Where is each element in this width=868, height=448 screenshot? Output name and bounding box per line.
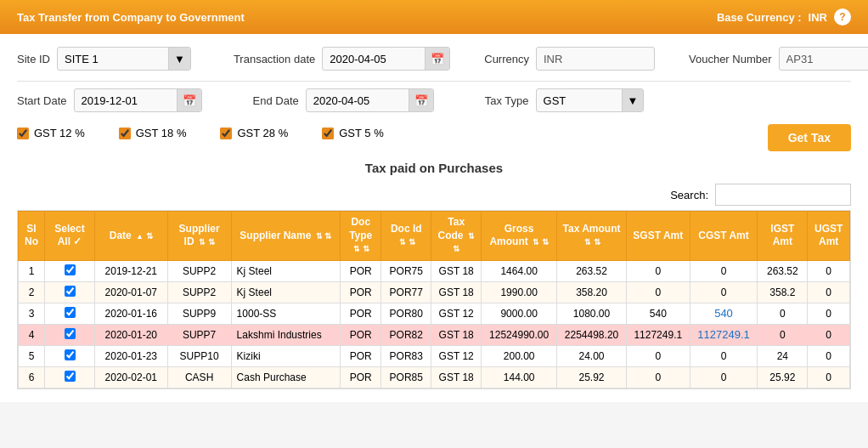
- cell-checkbox[interactable]: [45, 366, 95, 388]
- col-supplier-name[interactable]: Supplier Name ⇅: [231, 212, 341, 261]
- tax-type-select-wrapper[interactable]: GST ▼: [536, 88, 645, 112]
- main-content: Site ID SITE 1 ▼ Transaction date 📅 Curr…: [0, 34, 868, 402]
- row-checkbox[interactable]: [65, 349, 76, 360]
- col-supplier-id[interactable]: Supplier ID ⇅: [167, 212, 231, 261]
- transaction-date-input[interactable]: [323, 49, 425, 69]
- cell-igst: 358.2: [758, 281, 808, 303]
- cell-doc-type: POR: [341, 281, 381, 303]
- cell-doc-id: POR85: [381, 366, 431, 388]
- cell-gross-amount: 144.00: [482, 366, 557, 388]
- transaction-date-wrapper[interactable]: 📅: [322, 47, 450, 71]
- col-select[interactable]: SelectAll ✓: [45, 212, 95, 261]
- col-tax-amount[interactable]: Tax Amount ⇅: [557, 212, 627, 261]
- cell-sl: 6: [19, 366, 45, 388]
- voucher-number-input[interactable]: [779, 47, 868, 71]
- row-checkbox[interactable]: [65, 264, 76, 275]
- cell-checkbox[interactable]: [45, 281, 95, 303]
- cell-igst: 25.92: [758, 366, 808, 388]
- row-checkbox[interactable]: [65, 307, 76, 318]
- start-date-wrapper[interactable]: 📅: [74, 88, 202, 112]
- end-date-wrapper[interactable]: 📅: [306, 88, 434, 112]
- app-container: Tax Transfer from Company to Government …: [0, 0, 868, 402]
- cell-sgst: 0: [626, 260, 690, 281]
- cell-sl: 4: [19, 324, 45, 345]
- gst5-checkbox[interactable]: [322, 128, 334, 139]
- table-header-row: Sl No SelectAll ✓ Date ▲ Supplier ID ⇅ S…: [19, 212, 850, 261]
- cell-date: 2019-12-21: [94, 260, 167, 281]
- base-currency-label: Base Currency :: [717, 11, 802, 24]
- cell-checkbox[interactable]: [45, 324, 95, 345]
- base-currency-value: INR: [809, 11, 827, 24]
- help-icon[interactable]: ?: [834, 9, 851, 26]
- col-tax-code[interactable]: Tax Code ⇅: [431, 212, 482, 261]
- end-date-calendar-icon[interactable]: 📅: [409, 89, 433, 111]
- cell-doc-id: POR83: [381, 345, 431, 366]
- cell-doc-id: POR77: [381, 281, 431, 303]
- table-body: 1 2019-12-21 SUPP2 Kj Steel POR POR75 GS…: [19, 260, 850, 388]
- search-input[interactable]: [715, 184, 851, 206]
- cgst-link[interactable]: 1127249.1: [697, 328, 749, 341]
- site-id-arrow[interactable]: ▼: [168, 48, 190, 70]
- table-row: 3 2020-01-16 SUPP9 1000-SS POR POR80 GST…: [19, 303, 850, 324]
- gst18-group: GST 18 %: [119, 127, 187, 139]
- cell-supplier-name: Kj Steel: [231, 281, 341, 303]
- tax-type-select[interactable]: GST: [537, 91, 622, 111]
- header-right: Base Currency : INR ?: [717, 9, 851, 26]
- cell-gross-amount: 9000.00: [482, 303, 557, 324]
- cell-igst: 24: [758, 345, 808, 366]
- gst18-checkbox[interactable]: [119, 128, 131, 139]
- col-doc-id[interactable]: Doc Id ⇅: [381, 212, 431, 261]
- end-date-input[interactable]: [307, 91, 409, 111]
- gst28-checkbox[interactable]: [220, 128, 232, 139]
- cell-doc-id: POR82: [381, 324, 431, 345]
- cell-tax-code: GST 12: [431, 345, 482, 366]
- start-date-input[interactable]: [75, 91, 177, 111]
- cell-supplier-name: Lakshmi Industries: [231, 324, 341, 345]
- tax-type-arrow[interactable]: ▼: [622, 89, 644, 111]
- cgst-link[interactable]: 540: [714, 307, 733, 320]
- end-date-group: End Date 📅: [253, 88, 434, 112]
- cell-sgst: 540: [626, 303, 690, 324]
- transaction-date-calendar-icon[interactable]: 📅: [425, 48, 449, 70]
- cell-supplier-name: Kj Steel: [231, 260, 341, 281]
- row-checkbox[interactable]: [65, 286, 76, 297]
- col-date[interactable]: Date ▲: [94, 212, 167, 261]
- cell-cgst[interactable]: 1127249.1: [690, 324, 758, 345]
- gst12-checkbox[interactable]: [17, 128, 29, 139]
- row-checkbox[interactable]: [65, 328, 76, 339]
- row-checkbox[interactable]: [65, 371, 76, 382]
- col-gross-amount[interactable]: Gross Amount ⇅: [482, 212, 557, 261]
- cell-tax-code: GST 18: [431, 281, 482, 303]
- start-date-group: Start Date 📅: [17, 88, 202, 112]
- cell-date: 2020-01-23: [94, 345, 167, 366]
- get-tax-button[interactable]: Get Tax: [768, 124, 851, 151]
- cell-supplier-id: SUPP2: [167, 281, 231, 303]
- start-date-calendar-icon[interactable]: 📅: [177, 89, 201, 111]
- cell-ugst: 0: [808, 324, 850, 345]
- cell-checkbox[interactable]: [45, 303, 95, 324]
- col-igst: IGST Amt: [758, 212, 808, 261]
- cell-ugst: 0: [808, 260, 850, 281]
- gst5-label: GST 5 %: [339, 127, 384, 139]
- cell-checkbox[interactable]: [45, 260, 95, 281]
- cell-tax-amount: 1080.00: [557, 303, 627, 324]
- cell-cgst[interactable]: 540: [690, 303, 758, 324]
- currency-input[interactable]: [536, 47, 655, 71]
- site-id-select[interactable]: SITE 1: [58, 49, 168, 69]
- site-id-group: Site ID SITE 1 ▼: [17, 47, 191, 71]
- table-row: 4 2020-01-20 SUPP7 Lakshmi Industries PO…: [19, 324, 850, 345]
- purchases-table: Sl No SelectAll ✓ Date ▲ Supplier ID ⇅ S…: [18, 211, 850, 388]
- table-row: 1 2019-12-21 SUPP2 Kj Steel POR POR75 GS…: [19, 260, 850, 281]
- voucher-number-label: Voucher Number: [689, 53, 772, 65]
- col-cgst: CGST Amt: [690, 212, 758, 261]
- cell-sl: 1: [19, 260, 45, 281]
- col-doc-type[interactable]: Doc Type ⇅: [341, 212, 381, 261]
- cell-tax-amount: 25.92: [557, 366, 627, 388]
- site-id-select-wrapper[interactable]: SITE 1 ▼: [57, 47, 191, 71]
- col-ugst: UGST Amt: [808, 212, 850, 261]
- transaction-date-label: Transaction date: [234, 53, 315, 65]
- cell-tax-code: GST 18: [431, 366, 482, 388]
- cell-gross-amount: 200.00: [482, 345, 557, 366]
- cell-checkbox[interactable]: [45, 345, 95, 366]
- cell-ugst: 0: [808, 345, 850, 366]
